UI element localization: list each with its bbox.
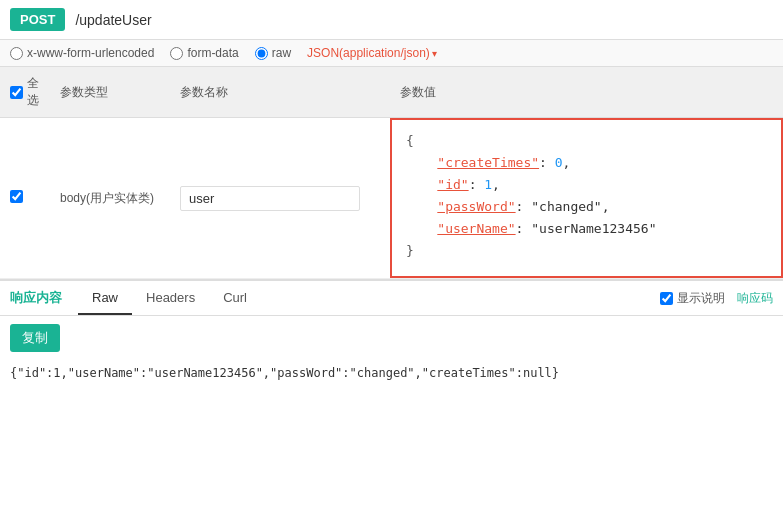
url-text: /updateUser bbox=[75, 12, 151, 28]
tab-curl[interactable]: Curl bbox=[209, 282, 261, 315]
options-bar: x-www-form-urlencoded form-data raw JSON… bbox=[0, 40, 783, 67]
json-type-dropdown[interactable]: JSON(application/json) ▾ bbox=[307, 46, 437, 60]
response-tabs-bar: 响应内容 Raw Headers Curl 显示说明 响应码 bbox=[0, 281, 783, 316]
json-key-createtimes[interactable]: "createTimes" bbox=[437, 155, 539, 170]
th-param-type: 参数类型 bbox=[50, 67, 170, 118]
response-code-link[interactable]: 响应码 bbox=[737, 290, 773, 307]
tab-headers[interactable]: Headers bbox=[132, 282, 209, 315]
show-desc-checkbox[interactable] bbox=[660, 292, 673, 305]
copy-btn-row: 复制 bbox=[0, 316, 783, 360]
radio-raw[interactable]: raw bbox=[255, 46, 291, 60]
tab-raw[interactable]: Raw bbox=[78, 282, 132, 315]
response-label: 响应内容 bbox=[10, 281, 62, 315]
chevron-down-icon: ▾ bbox=[432, 48, 437, 59]
params-table: 全选 参数类型 参数名称 参数值 body(用户实体类) bbox=[0, 67, 783, 279]
radio-formdata[interactable]: form-data bbox=[170, 46, 238, 60]
row-json-cell: { "createTimes": 0, "id": 1, "passWord":… bbox=[390, 118, 783, 279]
show-desc-label[interactable]: 显示说明 bbox=[660, 290, 725, 307]
response-content: {"id":1,"userName":"userName123456","pas… bbox=[0, 360, 783, 390]
table-row: body(用户实体类) { "createTimes": 0, "id": 1,… bbox=[0, 118, 783, 279]
row-param-type: body(用户实体类) bbox=[50, 118, 170, 279]
json-key-username[interactable]: "userName" bbox=[437, 221, 515, 236]
th-param-value: 参数值 bbox=[390, 67, 783, 118]
row-param-name-cell bbox=[170, 118, 390, 279]
json-key-id[interactable]: "id" bbox=[437, 177, 468, 192]
params-table-wrapper: 全选 参数类型 参数名称 参数值 body(用户实体类) bbox=[0, 67, 783, 279]
radio-urlencoded[interactable]: x-www-form-urlencoded bbox=[10, 46, 154, 60]
param-name-input[interactable] bbox=[180, 186, 360, 211]
bottom-section: 响应内容 Raw Headers Curl 显示说明 响应码 复制 {"id":… bbox=[0, 279, 783, 390]
method-badge: POST bbox=[10, 8, 65, 31]
row-checkbox-cell bbox=[0, 118, 50, 279]
th-select-all: 全选 bbox=[0, 67, 50, 118]
json-editor[interactable]: { "createTimes": 0, "id": 1, "passWord":… bbox=[390, 118, 783, 278]
table-header-row: 全选 参数类型 参数名称 参数值 bbox=[0, 67, 783, 118]
top-bar: POST /updateUser bbox=[0, 0, 783, 40]
row-checkbox[interactable] bbox=[10, 190, 23, 203]
th-param-name: 参数名称 bbox=[170, 67, 390, 118]
tab-right-controls: 显示说明 响应码 bbox=[660, 290, 773, 307]
copy-button[interactable]: 复制 bbox=[10, 324, 60, 352]
json-key-password[interactable]: "passWord" bbox=[437, 199, 515, 214]
select-all-checkbox[interactable] bbox=[10, 86, 23, 99]
